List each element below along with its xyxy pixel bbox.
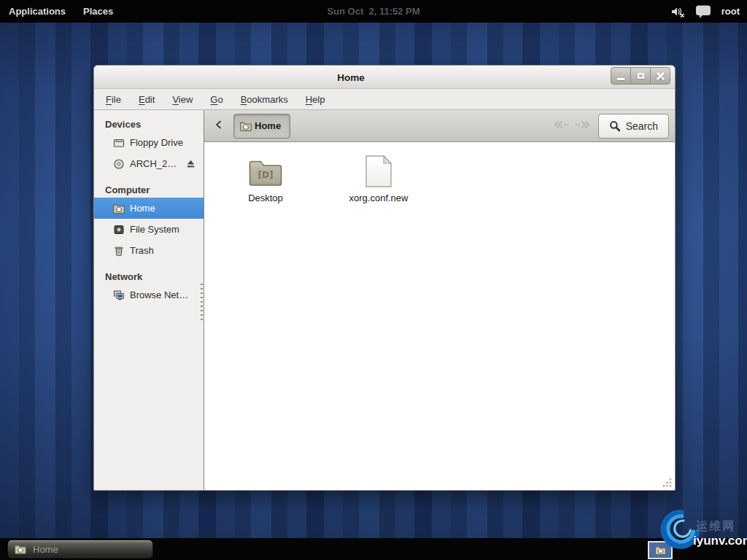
maximize-icon: [638, 73, 644, 79]
sidebar-heading-computer: Computer: [94, 182, 204, 198]
history-back-icon[interactable]: [553, 120, 569, 132]
history-forward-icon[interactable]: [575, 120, 591, 132]
toolbar: Home Search: [204, 110, 675, 142]
menu-edit[interactable]: Edit: [133, 91, 160, 108]
close-icon: [657, 72, 665, 80]
sidebar-item-floppy-drive[interactable]: Floppy Drive: [94, 132, 204, 153]
network-icon: [113, 289, 125, 301]
close-button[interactable]: [650, 67, 670, 85]
file-manager-window: Home File Edit View Go Bookmarks Help De…: [93, 65, 676, 491]
home-folder-icon: [15, 543, 26, 555]
home-folder-icon: [240, 120, 252, 132]
search-button[interactable]: Search: [598, 114, 669, 139]
filesystem-icon: [113, 224, 125, 236]
home-folder-icon: [113, 203, 125, 214]
top-panel: Sun Oct 2, 11:52 PM Applications Places …: [0, 0, 747, 23]
text-file-icon: [365, 149, 392, 187]
sidebar-heading-network: Network: [94, 268, 204, 284]
menu-help[interactable]: Help: [300, 91, 331, 108]
pane-resize-handle[interactable]: [201, 284, 203, 322]
file-name: Desktop: [248, 192, 283, 203]
sidebar-item-trash[interactable]: Trash: [94, 240, 204, 261]
sidebar-item-arch-disc[interactable]: ARCH_2…: [94, 153, 204, 174]
pathbar-home-button[interactable]: Home: [233, 114, 290, 139]
clock[interactable]: Sun Oct 2, 11:52 PM: [0, 6, 747, 17]
sidebar-item-browse-network[interactable]: Browse Net…: [94, 284, 204, 306]
file-item-xorg-conf[interactable]: xorg.conf.new: [344, 149, 414, 203]
optical-disc-icon: [113, 158, 125, 170]
eject-icon[interactable]: [185, 158, 196, 169]
menu-go[interactable]: Go: [204, 91, 228, 108]
workspace-switcher[interactable]: [648, 541, 673, 559]
menubar: File Edit View Go Bookmarks Help: [94, 89, 675, 109]
places-sidebar: Devices Floppy Drive ARCH_2… Computer Ho…: [94, 110, 204, 490]
pathbar-scroll-left-button[interactable]: [210, 116, 228, 136]
maximize-button[interactable]: [630, 67, 651, 85]
file-view[interactable]: Desktop xorg.conf.new: [204, 142, 675, 490]
trash-icon: [113, 245, 125, 257]
volume-muted-icon[interactable]: [670, 6, 685, 18]
minimize-icon: [617, 78, 624, 80]
search-icon: [609, 120, 621, 132]
window-resize-grip[interactable]: [662, 478, 673, 488]
floppy-icon: [113, 137, 125, 149]
chevron-left-icon: [214, 120, 224, 132]
bottom-panel: Home: [0, 538, 747, 560]
menu-file[interactable]: File: [100, 91, 127, 108]
window-title: Home: [94, 66, 608, 89]
titlebar[interactable]: Home: [94, 66, 675, 89]
home-folder-icon: [655, 545, 666, 556]
sidebar-item-home[interactable]: Home: [94, 198, 204, 219]
minimize-button[interactable]: [611, 67, 631, 85]
chat-icon[interactable]: [695, 4, 711, 19]
file-item-desktop[interactable]: Desktop: [231, 149, 301, 203]
sidebar-item-file-system[interactable]: File System: [94, 219, 204, 240]
taskbar-window-button-home[interactable]: Home: [7, 540, 153, 559]
window-controls: [611, 67, 670, 85]
file-name: xorg.conf.new: [349, 192, 409, 203]
menu-view[interactable]: View: [166, 91, 198, 108]
menu-bookmarks[interactable]: Bookmarks: [235, 91, 294, 108]
user-menu[interactable]: root: [721, 6, 740, 17]
desktop-folder-icon: [248, 149, 283, 187]
sidebar-heading-devices: Devices: [94, 116, 204, 132]
